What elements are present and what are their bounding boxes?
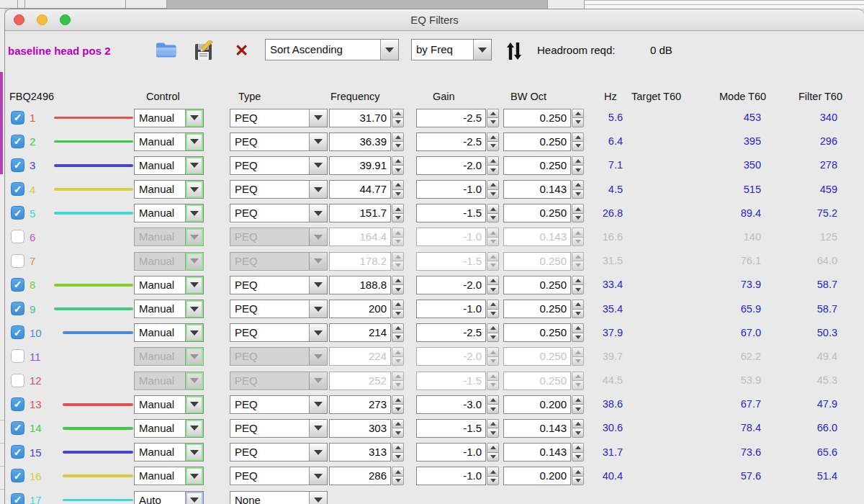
- type-dropdown[interactable]: PEQ: [230, 109, 328, 127]
- spin-down-button[interactable]: [392, 404, 404, 414]
- sort-order-dropdown[interactable]: Sort Ascending: [265, 39, 399, 60]
- spin-down-button[interactable]: [487, 309, 499, 319]
- type-dropdown[interactable]: PEQ: [230, 443, 328, 462]
- spin-up-button[interactable]: [392, 300, 404, 309]
- control-dropdown[interactable]: Manual: [134, 372, 204, 390]
- control-dropdown[interactable]: Manual: [134, 347, 204, 366]
- gain-spinner[interactable]: -1.0: [416, 180, 499, 199]
- chevron-down-icon[interactable]: [185, 444, 203, 461]
- spin-up-button[interactable]: [392, 347, 404, 356]
- chevron-down-icon[interactable]: [185, 253, 203, 270]
- control-dropdown[interactable]: Manual: [134, 276, 204, 294]
- filter-enabled-checkbox[interactable]: ✓: [11, 230, 24, 243]
- chevron-down-icon[interactable]: [309, 253, 327, 270]
- control-dropdown[interactable]: Manual: [134, 395, 204, 414]
- spin-up-button[interactable]: [392, 252, 404, 261]
- gain-spinner[interactable]: -2.5: [416, 109, 499, 127]
- spin-down-button[interactable]: [487, 261, 499, 271]
- filter-enabled-checkbox[interactable]: ✓: [11, 325, 24, 339]
- type-dropdown[interactable]: PEQ: [230, 228, 328, 246]
- type-dropdown[interactable]: PEQ: [230, 323, 328, 342]
- chevron-down-icon[interactable]: [185, 276, 203, 294]
- chevron-down-icon[interactable]: [309, 228, 327, 246]
- gain-spinner[interactable]: -1.5: [416, 204, 499, 222]
- spin-up-button[interactable]: [487, 252, 499, 261]
- filter-enabled-checkbox[interactable]: ✓: [11, 421, 24, 435]
- control-dropdown[interactable]: Manual: [134, 156, 204, 175]
- chevron-down-icon[interactable]: [380, 40, 398, 60]
- control-dropdown[interactable]: Manual: [134, 443, 204, 462]
- control-dropdown[interactable]: Manual: [134, 323, 204, 342]
- spin-down-button[interactable]: [487, 476, 499, 486]
- minimize-button[interactable]: [37, 14, 48, 25]
- spin-down-button[interactable]: [487, 237, 499, 247]
- spin-up-button[interactable]: [392, 443, 404, 452]
- control-dropdown[interactable]: Manual: [134, 132, 204, 151]
- chevron-down-icon[interactable]: [309, 300, 327, 318]
- frequency-spinner[interactable]: 252: [329, 372, 404, 390]
- chevron-down-icon[interactable]: [309, 181, 327, 198]
- frequency-spinner[interactable]: 214: [329, 323, 404, 342]
- spin-up-button[interactable]: [487, 467, 499, 476]
- spin-up-button[interactable]: [487, 204, 499, 213]
- spin-down-button[interactable]: [487, 165, 499, 175]
- filter-enabled-checkbox[interactable]: ✓: [11, 254, 24, 268]
- chevron-down-icon[interactable]: [309, 420, 327, 437]
- spin-up-button[interactable]: [487, 419, 499, 428]
- frequency-spinner[interactable]: 31.70: [329, 109, 404, 127]
- filter-enabled-checkbox[interactable]: ✓: [11, 349, 24, 363]
- chevron-down-icon[interactable]: [185, 492, 203, 504]
- chevron-down-icon[interactable]: [309, 133, 327, 150]
- control-dropdown[interactable]: Manual: [134, 419, 204, 438]
- chevron-down-icon[interactable]: [309, 467, 327, 485]
- chevron-down-icon[interactable]: [309, 204, 327, 222]
- type-dropdown[interactable]: PEQ: [230, 395, 328, 414]
- spin-up-button[interactable]: [487, 323, 499, 333]
- spin-down-button[interactable]: [392, 117, 404, 127]
- title-bar[interactable]: EQ Filters: [5, 9, 864, 31]
- save-icon[interactable]: [193, 40, 215, 64]
- sort-by-dropdown[interactable]: by Freq: [411, 39, 492, 60]
- spin-down-button[interactable]: [392, 261, 404, 271]
- chevron-down-icon[interactable]: [185, 181, 203, 198]
- spin-down-button[interactable]: [487, 356, 499, 366]
- spin-down-button[interactable]: [487, 284, 499, 294]
- spin-up-button[interactable]: [392, 204, 404, 213]
- control-dropdown[interactable]: Manual: [134, 467, 204, 485]
- filter-enabled-checkbox[interactable]: ✓: [11, 302, 24, 315]
- type-dropdown[interactable]: PEQ: [230, 372, 328, 390]
- chevron-down-icon[interactable]: [309, 276, 327, 294]
- gain-spinner[interactable]: -1.5: [416, 419, 499, 438]
- chevron-down-icon[interactable]: [309, 444, 327, 461]
- chevron-down-icon[interactable]: [309, 492, 327, 504]
- gain-spinner[interactable]: -2.5: [416, 323, 499, 342]
- chevron-down-icon[interactable]: [185, 372, 203, 390]
- gain-spinner[interactable]: -1.0: [416, 467, 499, 485]
- gain-spinner[interactable]: -2.5: [416, 132, 499, 151]
- filter-enabled-checkbox[interactable]: ✓: [11, 278, 24, 292]
- type-dropdown[interactable]: PEQ: [230, 419, 328, 438]
- chevron-down-icon[interactable]: [309, 396, 327, 413]
- spin-up-button[interactable]: [487, 109, 499, 118]
- spin-down-button[interactable]: [392, 237, 404, 247]
- filter-enabled-checkbox[interactable]: ✓: [11, 206, 24, 220]
- spin-up-button[interactable]: [392, 276, 404, 285]
- chevron-down-icon[interactable]: [309, 324, 327, 341]
- spin-up-button[interactable]: [392, 372, 404, 381]
- control-dropdown[interactable]: Manual: [134, 204, 204, 222]
- spin-down-button[interactable]: [487, 117, 499, 127]
- spin-down-button[interactable]: [392, 189, 404, 199]
- frequency-spinner[interactable]: 303: [329, 419, 404, 438]
- spin-up-button[interactable]: [392, 395, 404, 405]
- spin-up-button[interactable]: [487, 300, 499, 309]
- spin-down-button[interactable]: [487, 428, 499, 438]
- spin-down-button[interactable]: [487, 189, 499, 199]
- type-dropdown[interactable]: None: [230, 491, 328, 504]
- spin-up-button[interactable]: [392, 109, 404, 118]
- spin-up-button[interactable]: [392, 228, 404, 237]
- spin-down-button[interactable]: [487, 404, 499, 414]
- filter-enabled-checkbox[interactable]: ✓: [11, 111, 24, 125]
- control-dropdown[interactable]: Manual: [134, 109, 204, 127]
- filter-enabled-checkbox[interactable]: ✓: [11, 182, 24, 196]
- control-dropdown[interactable]: Manual: [134, 252, 204, 271]
